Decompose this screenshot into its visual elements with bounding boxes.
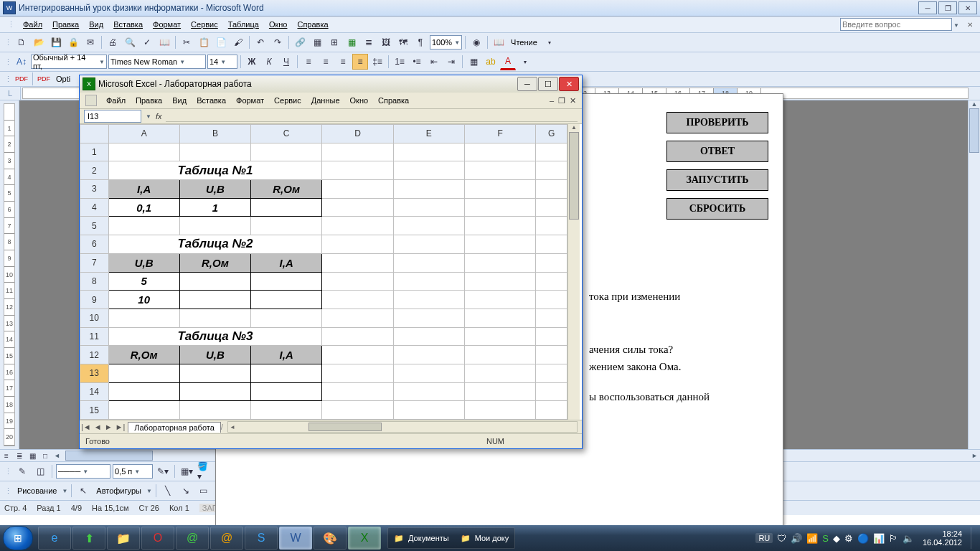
row-header[interactable]: 9 (80, 291, 109, 309)
undo-icon[interactable]: ↶ (253, 34, 268, 50)
scroll-right-icon[interactable]: ► (969, 452, 980, 459)
taskbar-opera-icon[interactable]: O (141, 527, 174, 550)
open-icon[interactable]: 📂 (31, 34, 47, 50)
underline-icon[interactable]: Ч (278, 54, 294, 70)
tray-shield-icon[interactable]: 🛡 (777, 533, 786, 544)
cell[interactable]: 5 (108, 272, 179, 291)
cell[interactable] (108, 364, 179, 382)
row-header[interactable]: 11 (80, 327, 109, 346)
arrow-icon[interactable]: ↘ (178, 483, 194, 499)
show-desktop-button[interactable] (971, 527, 977, 549)
align-right-icon[interactable]: ≡ (335, 54, 351, 70)
border-color-icon[interactable]: ✎▾ (155, 463, 171, 479)
permission-icon[interactable]: 🔒 (65, 34, 81, 50)
autoshapes-menu[interactable]: Автофигуры (93, 486, 144, 495)
preview-icon[interactable]: 🔍 (122, 34, 138, 50)
toolbar-options-icon[interactable]: ▾ (517, 54, 533, 70)
col-header[interactable]: G (536, 125, 567, 143)
print-icon[interactable]: 🖨 (105, 34, 121, 50)
sheet-tab[interactable]: Лабораторная работа (128, 422, 221, 433)
excel-control-icon[interactable] (85, 95, 97, 106)
cell[interactable]: I,A (251, 253, 322, 272)
select-all-corner[interactable] (80, 125, 109, 143)
help-icon[interactable]: ◉ (468, 34, 484, 50)
fx-icon[interactable]: fx (156, 112, 162, 121)
ask-question-input[interactable] (840, 18, 952, 31)
tray-skype-icon[interactable]: S (822, 533, 829, 544)
row-header[interactable]: 8 (80, 272, 109, 291)
fontsize-combo[interactable]: 14▼ (207, 55, 237, 69)
excel-menu-data[interactable]: Данные (306, 95, 345, 106)
research-icon[interactable]: 📖 (156, 34, 172, 50)
taskbar-explorer-icon[interactable]: 📁 (107, 527, 140, 550)
outdent-icon[interactable]: ⇤ (426, 54, 442, 70)
toolbar-options-icon[interactable]: ▾ (542, 34, 557, 50)
cell[interactable]: 1 (179, 198, 250, 217)
redo-icon[interactable]: ↷ (270, 34, 286, 50)
read-label[interactable]: Чтение (508, 38, 540, 47)
col-header[interactable]: B (179, 125, 250, 143)
bold-icon[interactable]: Ж (244, 54, 260, 70)
paste-icon[interactable]: 📄 (213, 34, 229, 50)
excel-menu-insert[interactable]: Вставка (192, 95, 231, 106)
tray-volume-icon[interactable]: 🔊 (791, 533, 802, 544)
styles-pane-icon[interactable]: A↕ (14, 54, 29, 70)
check-button[interactable]: ПРОВЕРИТЬ (666, 112, 768, 133)
view-print-icon[interactable]: ▦ (26, 450, 39, 461)
align-left-icon[interactable]: ≡ (301, 54, 316, 70)
zoom-combo[interactable]: 100%▼ (430, 35, 462, 50)
excel-wb-minimize-icon[interactable]: – (550, 96, 554, 105)
pdf-icon[interactable]: PDF (14, 71, 29, 87)
close-button[interactable]: ✕ (958, 1, 977, 14)
cell[interactable] (251, 291, 322, 309)
taskbar-word-icon[interactable]: W (279, 527, 312, 550)
menu-window[interactable]: Окно (264, 19, 293, 30)
ask-question-box[interactable]: ▼ ✕ (840, 18, 973, 31)
excel-maximize-button[interactable]: ☐ (538, 77, 558, 91)
menu-view[interactable]: Вид (84, 19, 108, 30)
format-painter-icon[interactable]: 🖌 (230, 34, 246, 50)
scroll-up-icon[interactable]: ▲ (568, 124, 580, 131)
scroll-up-icon[interactable]: ▲ (969, 100, 980, 108)
email-icon[interactable]: ✉ (83, 34, 98, 50)
numbering-icon[interactable]: 1≡ (392, 54, 407, 70)
answer-button[interactable]: ОТВЕТ (666, 141, 768, 162)
table1-title[interactable]: Таблица №1 (108, 161, 322, 180)
excel-vscrollbar[interactable]: ▲ (567, 124, 580, 420)
tray-clock[interactable]: 18:24 16.04.2012 (918, 529, 966, 547)
italic-icon[interactable]: К (261, 54, 277, 70)
cell[interactable] (251, 382, 322, 401)
cell[interactable]: R,Ом (179, 253, 250, 272)
cell[interactable]: U,B (179, 346, 250, 364)
save-icon[interactable]: 💾 (48, 34, 64, 50)
eraser-icon[interactable]: ◫ (32, 463, 48, 479)
indent-icon[interactable]: ⇥ (443, 54, 459, 70)
taskbar-paint-icon[interactable]: 🎨 (314, 527, 347, 550)
borders-menu-icon[interactable]: ▦▾ (179, 463, 194, 479)
restore-button[interactable]: ❐ (938, 1, 957, 14)
cell[interactable] (251, 364, 322, 382)
tray-speaker-icon[interactable]: 🔈 (903, 533, 914, 544)
cell[interactable] (179, 364, 250, 382)
bullets-icon[interactable]: •≡ (409, 54, 425, 70)
cell[interactable]: U,B (108, 253, 179, 272)
excel-titlebar[interactable]: X Microsoft Excel - Лабораторная работа … (80, 75, 582, 93)
vscroll-thumb[interactable] (969, 108, 979, 153)
tray-flag-icon[interactable]: 🏳 (889, 533, 898, 544)
menu-edit[interactable]: Правка (47, 19, 84, 30)
insert-table-icon[interactable]: ⊞ (326, 34, 342, 50)
tab-last-icon[interactable]: ►| (114, 423, 127, 431)
cell[interactable]: I,A (108, 180, 179, 199)
excel-menu-window[interactable]: Окно (345, 95, 374, 106)
cell[interactable]: I,A (251, 346, 322, 364)
option-label[interactable]: Opti (53, 75, 73, 83)
cell[interactable]: 0,1 (108, 198, 179, 217)
excel-minimize-button[interactable]: ─ (517, 77, 537, 91)
taskbar-up-arrow-icon[interactable]: ⬆ (72, 527, 105, 550)
excel-wb-restore-icon[interactable]: ❐ (558, 96, 565, 105)
line-spacing-icon[interactable]: ‡≡ (369, 54, 385, 70)
rectangle-icon[interactable]: ▭ (196, 483, 212, 499)
taskbar-mail-icon[interactable]: @ (176, 527, 209, 550)
cell[interactable]: U,B (179, 180, 250, 199)
cell[interactable] (179, 382, 250, 401)
